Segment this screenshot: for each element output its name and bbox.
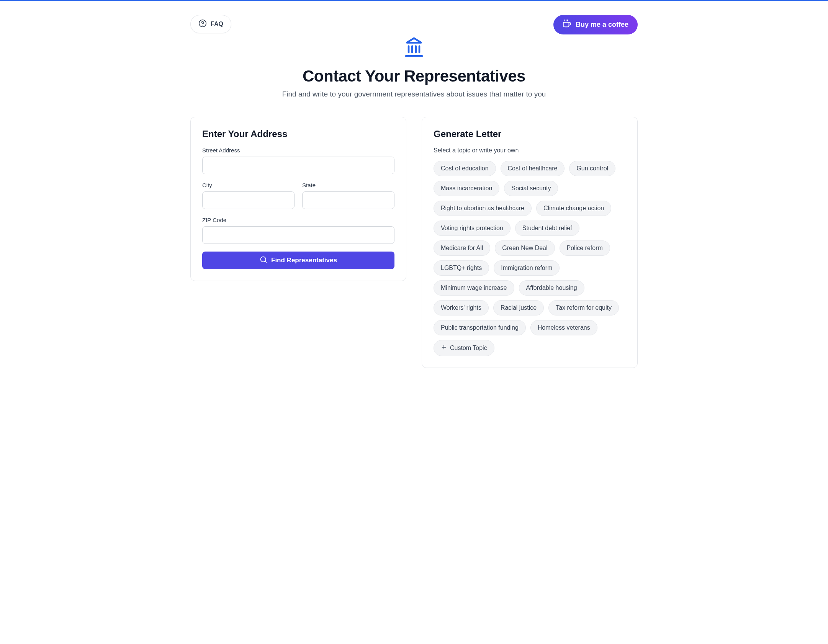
state-input[interactable] [302, 191, 394, 209]
topic-chip[interactable]: Homeless veterans [530, 320, 597, 335]
street-input[interactable] [202, 157, 394, 174]
state-label: State [302, 182, 394, 188]
topic-chip[interactable]: Tax reform for equity [548, 300, 619, 315]
topic-chip[interactable]: Public transportation funding [434, 320, 526, 335]
topic-chip-label: Voting rights protection [441, 225, 503, 232]
faq-button-label: FAQ [211, 21, 223, 28]
custom-topic-chip[interactable]: Custom Topic [434, 340, 494, 356]
topic-chip-label: Immigration reform [501, 265, 552, 271]
address-card: Enter Your Address Street Address City S… [190, 117, 406, 281]
page-title: Contact Your Representatives [190, 67, 638, 85]
topic-chip-label: Tax reform for equity [556, 304, 612, 311]
topic-chip[interactable]: Medicare for All [434, 240, 490, 256]
topic-chip-label: Student debt relief [522, 225, 572, 232]
topic-chip-label: Climate change action [543, 205, 604, 212]
topic-chip[interactable]: Immigration reform [494, 260, 560, 276]
zip-input[interactable] [202, 226, 394, 244]
topic-chip-label: Medicare for All [441, 245, 483, 252]
topic-chip-label: Racial justice [501, 304, 537, 311]
topic-chip-label: Minimum wage increase [441, 284, 507, 291]
topic-chip-label: Green New Deal [502, 245, 547, 252]
topic-chip[interactable]: Racial justice [493, 300, 544, 315]
topic-chip[interactable]: Minimum wage increase [434, 280, 514, 296]
topic-chip[interactable]: Gun control [569, 161, 615, 176]
city-input[interactable] [202, 191, 295, 209]
question-icon [198, 19, 207, 29]
custom-topic-label: Custom Topic [450, 345, 487, 351]
svg-line-12 [265, 261, 267, 262]
search-icon [260, 256, 267, 265]
topic-chip-label: Homeless veterans [538, 324, 590, 331]
topic-chip-label: Mass incarceration [441, 185, 492, 192]
letter-card: Generate Letter Select a topic or write … [422, 117, 638, 368]
topic-chip[interactable]: Affordable housing [519, 280, 584, 296]
topic-chip[interactable]: Workers' rights [434, 300, 489, 315]
topic-chip[interactable]: Mass incarceration [434, 181, 499, 196]
topic-chip-label: Cost of education [441, 165, 489, 172]
zip-label: ZIP Code [202, 217, 394, 223]
topic-chip-label: Gun control [576, 165, 608, 172]
topic-chip[interactable]: Cost of healthcare [501, 161, 565, 176]
street-label: Street Address [202, 147, 394, 154]
topic-chip[interactable]: LGBTQ+ rights [434, 260, 489, 276]
landmark-icon [190, 36, 638, 59]
topic-chip-label: Police reform [567, 245, 603, 252]
topic-chip-label: Public transportation funding [441, 324, 519, 331]
topic-chip-label: LGBTQ+ rights [441, 265, 482, 271]
find-representatives-button[interactable]: Find Representatives [202, 252, 394, 269]
faq-button[interactable]: FAQ [190, 15, 231, 33]
topic-chip[interactable]: Voting rights protection [434, 221, 511, 236]
topic-chip[interactable]: Green New Deal [495, 240, 555, 256]
city-label: City [202, 182, 295, 188]
topic-chip-label: Affordable housing [526, 284, 577, 291]
address-card-title: Enter Your Address [202, 129, 394, 139]
topic-chip[interactable]: Police reform [560, 240, 610, 256]
topic-chip[interactable]: Student debt relief [515, 221, 579, 236]
topic-chip-label: Cost of healthcare [508, 165, 558, 172]
topic-chip[interactable]: Right to abortion as healthcare [434, 201, 532, 216]
find-button-label: Find Representatives [271, 257, 337, 264]
letter-card-title: Generate Letter [434, 129, 626, 139]
coffee-icon [563, 20, 571, 30]
letter-card-subtitle: Select a topic or write your own [434, 147, 626, 154]
topic-chip-label: Right to abortion as healthcare [441, 205, 524, 212]
svg-marker-10 [407, 38, 421, 43]
buy-coffee-button[interactable]: Buy me a coffee [553, 15, 638, 34]
topics-list: Cost of educationCost of healthcareGun c… [434, 161, 626, 356]
topic-chip-label: Workers' rights [441, 304, 481, 311]
topic-chip[interactable]: Social security [504, 181, 558, 196]
topic-chip-label: Social security [511, 185, 551, 192]
topic-chip[interactable]: Cost of education [434, 161, 496, 176]
plus-icon [441, 344, 447, 352]
buy-coffee-label: Buy me a coffee [576, 21, 628, 29]
topic-chip[interactable]: Climate change action [536, 201, 611, 216]
page-subtitle: Find and write to your government repres… [190, 90, 638, 98]
